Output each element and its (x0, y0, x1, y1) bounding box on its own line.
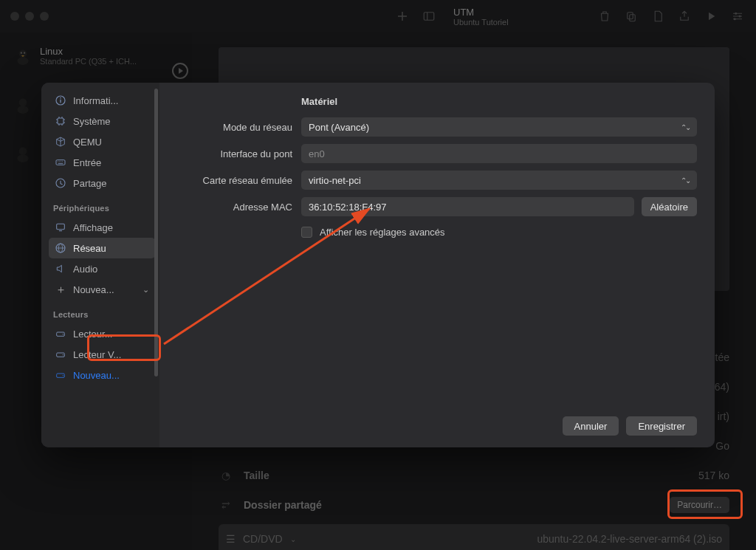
min-dot (25, 12, 34, 21)
duplicate-icon[interactable] (625, 10, 638, 23)
svg-point-2 (21, 52, 22, 53)
play-badge-icon (171, 62, 189, 80)
cube-icon (55, 136, 66, 148)
row-mac-address: Adresse MAC 36:10:52:18:F4:97 Aléatoire (177, 197, 697, 216)
share-icon[interactable] (678, 10, 691, 23)
sidebar-item-input[interactable]: Entrée (49, 152, 155, 173)
input-bridge-interface[interactable]: en0 (301, 144, 697, 163)
vm-list-item[interactable]: Linux Standard PC (Q35 + ICH... (6, 40, 186, 72)
svg-point-7 (17, 154, 28, 162)
section-header-peripherals: Périphériques (53, 204, 155, 213)
sidebar-item-network[interactable]: Réseau (49, 238, 155, 258)
share-icon (55, 177, 66, 189)
browse-button[interactable]: Parcourir… (670, 497, 729, 513)
keyboard-icon (55, 157, 66, 168)
sidebar-item-label: Système (73, 116, 111, 127)
sidebar-item-label: Audio (73, 264, 97, 275)
svg-point-1 (17, 57, 28, 65)
vm-name: Linux (40, 46, 137, 57)
select-value: Pont (Avancé) (309, 122, 369, 133)
save-button[interactable]: Enregistrer (626, 416, 697, 436)
svg-point-26 (63, 334, 63, 334)
sidebar-item-label: QEMU (73, 137, 102, 148)
size-label: Taille (244, 470, 269, 481)
settings-content: Matériel Mode du réseau Pont (Avancé) ⌃⌄… (159, 83, 715, 447)
drive-icon: ☰ (226, 533, 236, 545)
settings-sliders-icon[interactable] (731, 10, 744, 23)
sidebar-item-label: Nouveau... (73, 370, 120, 381)
input-value: en0 (309, 148, 325, 159)
disk-icon: ◔ (219, 470, 233, 481)
checkbox-show-advanced[interactable] (301, 227, 312, 238)
sidebar-item-label: Informati... (73, 95, 118, 106)
svg-point-14 (734, 18, 736, 20)
sidebar-item-label: Lecteur... (73, 329, 112, 340)
chevron-updown-icon: ⌃⌄ (681, 123, 690, 131)
linux-icon (13, 95, 32, 114)
settings-sidebar: Informati... Système QEMU Entrée Partage… (41, 83, 159, 447)
chip-icon (55, 115, 66, 127)
sidebar-item-audio[interactable]: Audio (49, 258, 155, 279)
plus-icon: ＋ (55, 283, 66, 295)
svg-rect-22 (57, 224, 65, 229)
svg-rect-11 (630, 15, 636, 21)
label-emulated-card: Carte réseau émulée (177, 175, 292, 186)
input-mac-address[interactable]: 36:10:52:18:F4:97 (301, 197, 634, 216)
speaker-icon (55, 263, 66, 275)
svg-point-3 (24, 52, 25, 53)
drive-icon (55, 369, 66, 381)
info-icon (55, 94, 66, 106)
sidebar-item-sharing[interactable]: Partage (49, 173, 155, 193)
label-network-mode: Mode du réseau (177, 122, 292, 133)
content-section-title: Matériel (301, 96, 697, 107)
cd-label: CD/DVD (243, 533, 283, 545)
chevron-down-icon: ⌄ (142, 285, 149, 295)
sidebar-toggle-icon[interactable] (422, 10, 436, 23)
svg-rect-20 (56, 160, 65, 165)
folder-icon: ⥂ (219, 499, 233, 511)
sidebar-item-system[interactable]: Système (49, 111, 155, 131)
select-value: virtio-net-pci (309, 175, 361, 186)
cancel-button[interactable]: Annuler (563, 416, 619, 436)
svg-rect-19 (58, 118, 63, 124)
sidebar-item-label: Nouvea... (73, 284, 114, 295)
svg-rect-8 (424, 13, 434, 21)
sidebar-item-drive[interactable]: Lecteur V... (49, 344, 155, 365)
select-network-mode[interactable]: Pont (Avancé) ⌃⌄ (301, 117, 697, 137)
play-icon[interactable] (704, 10, 718, 23)
sheet-footer: Annuler Enregistrer (177, 408, 697, 436)
traffic-lights (10, 12, 49, 21)
svg-point-28 (63, 354, 63, 355)
row-emulated-card: Carte réseau émulée virtio-net-pci ⌃⌄ (177, 171, 697, 190)
drive-icon (55, 348, 66, 360)
row-show-advanced[interactable]: Afficher les réglages avancés (301, 227, 697, 238)
sidebar-item-display[interactable]: Affichage (49, 217, 155, 238)
sidebar-item-information[interactable]: Informati... (49, 90, 155, 111)
sidebar-item-new-drive[interactable]: Nouveau... (49, 365, 155, 385)
sidebar-item-drive[interactable]: Lecteur... (49, 323, 155, 344)
shared-folder-label: Dossier partagé (244, 499, 322, 511)
svg-point-12 (735, 13, 737, 15)
window-subtitle: Ubuntu Tutoriel (453, 18, 509, 27)
settings-sheet: Informati... Système QEMU Entrée Partage… (41, 83, 715, 447)
document-icon[interactable] (651, 10, 664, 23)
linux-icon (13, 47, 32, 66)
close-dot (10, 12, 19, 21)
cd-dvd-row[interactable]: ☰ CD/DVD ⌄ ubuntu-22.04.2-live-server-ar… (219, 524, 729, 550)
globe-icon (55, 242, 66, 254)
select-emulated-card[interactable]: virtio-net-pci ⌃⌄ (301, 171, 697, 190)
sidebar-item-label: Entrée (73, 157, 101, 168)
input-value: 36:10:52:18:F4:97 (309, 202, 387, 213)
sidebar-item-label: Affichage (73, 222, 113, 233)
toolbar: UTM Ubuntu Tutoriel (384, 0, 756, 32)
random-mac-button[interactable]: Aléatoire (642, 197, 697, 216)
sidebar-item-label: Lecteur V... (73, 349, 121, 360)
trash-icon[interactable] (598, 10, 611, 23)
scrollbar[interactable] (154, 89, 158, 377)
drive-icon (55, 328, 66, 340)
sidebar-item-qemu[interactable]: QEMU (49, 131, 155, 152)
vm-subtitle: Standard PC (Q35 + ICH... (40, 57, 137, 66)
plus-icon[interactable] (396, 10, 409, 23)
window-title: UTM (453, 7, 509, 18)
sidebar-item-new-peripheral[interactable]: ＋ Nouvea... ⌄ (49, 279, 155, 300)
